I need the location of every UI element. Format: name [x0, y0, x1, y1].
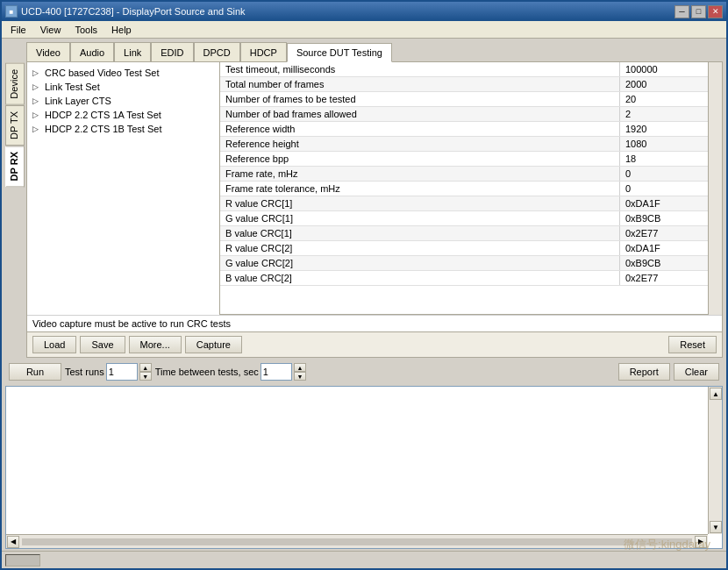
prop-name: R value CRC[2]: [220, 241, 620, 255]
tree-arrow-link: ▷: [32, 82, 43, 91]
tab-link[interactable]: Link: [114, 42, 151, 61]
more-button[interactable]: More...: [129, 336, 182, 353]
prop-name: Number of frames to be tested: [220, 92, 620, 106]
vscroll-down[interactable]: ▼: [710, 521, 722, 533]
capture-button[interactable]: Capture: [185, 336, 242, 353]
tab-audio[interactable]: Audio: [70, 42, 114, 61]
vtab-device[interactable]: Device: [5, 63, 25, 105]
tab-area: Video Audio Link EDID DPCD HDCP Source D…: [26, 42, 723, 358]
tree-item-hdcp-1a[interactable]: ▷ HDCP 2.2 CTS 1A Test Set: [29, 108, 218, 122]
prop-value: 0: [620, 167, 708, 181]
prop-value: 1080: [620, 137, 708, 151]
output-vscroll[interactable]: ▲ ▼: [708, 387, 722, 534]
bottom-controls-row: Run Test runs ▲ ▼ Time between tests, se…: [5, 360, 723, 383]
menu-tools[interactable]: Tools: [68, 23, 104, 37]
prop-name: Frame rate tolerance, mHz: [220, 182, 620, 196]
time-between-group: Time between tests, sec ▲ ▼: [155, 363, 306, 381]
output-area: ▲ ▼ ◀ ▶: [5, 386, 723, 549]
prop-value: 2000: [620, 77, 708, 91]
window-icon: ■: [5, 5, 18, 18]
prop-value: 0xB9CB: [620, 256, 708, 270]
prop-value: 0xDA1F: [620, 196, 708, 210]
prop-row: Reference width 1920: [220, 122, 708, 137]
tab-content: ▷ CRC based Video Test Set ▷ Link Test S…: [26, 61, 723, 358]
action-buttons-row: Load Save More... Capture Reset: [27, 331, 722, 357]
prop-name: B value CRC[2]: [220, 271, 620, 285]
prop-value: 18: [620, 152, 708, 166]
props-scrollbar[interactable]: [708, 62, 722, 315]
time-between-label: Time between tests, sec: [155, 367, 259, 377]
prop-name: Reference bpp: [220, 152, 620, 166]
prop-row: B value CRC[2] 0x2E77: [220, 271, 708, 286]
reset-button[interactable]: Reset: [668, 336, 717, 353]
prop-value: 2: [620, 107, 708, 121]
prop-value: 0xB9CB: [620, 211, 708, 225]
prop-name: Frame rate, mHz: [220, 167, 620, 181]
tree-arrow-hdcp-1b: ▷: [32, 125, 43, 133]
test-runs-up[interactable]: ▲: [139, 363, 152, 372]
prop-row: G value CRC[1] 0xB9CB: [220, 211, 708, 226]
prop-row: Frame rate, mHz 0: [220, 167, 708, 182]
tree-item-hdcp-1b[interactable]: ▷ HDCP 2.2 CTS 1B Test Set: [29, 122, 218, 136]
prop-value: 0: [620, 182, 708, 196]
menu-bar: File View Tools Help: [2, 21, 726, 39]
tab-video[interactable]: Video: [26, 42, 70, 61]
prop-value: 20: [620, 92, 708, 106]
prop-row: Test timeout, milliseconds 100000: [220, 62, 708, 77]
prop-name: Total number of frames: [220, 77, 620, 91]
prop-value: 1920: [620, 122, 708, 136]
tab-hdcp[interactable]: HDCP: [240, 42, 287, 61]
load-button[interactable]: Load: [32, 336, 76, 353]
save-button[interactable]: Save: [80, 336, 125, 353]
report-clear-group: Report Clear: [618, 363, 719, 381]
hscroll-track: [22, 538, 692, 545]
maximize-button[interactable]: □: [691, 5, 706, 18]
tree-item-crc[interactable]: ▷ CRC based Video Test Set: [29, 66, 218, 80]
time-up[interactable]: ▲: [294, 363, 306, 372]
output-textarea[interactable]: [6, 387, 708, 548]
close-button[interactable]: ✕: [708, 5, 723, 18]
report-button[interactable]: Report: [618, 363, 670, 381]
test-runs-group: Test runs ▲ ▼: [65, 363, 152, 381]
test-runs-down[interactable]: ▼: [139, 372, 152, 381]
prop-row: R value CRC[1] 0xDA1F: [220, 196, 708, 211]
vscroll-up[interactable]: ▲: [710, 388, 722, 400]
time-down[interactable]: ▼: [294, 372, 306, 381]
prop-row: Reference bpp 18: [220, 152, 708, 167]
htab-group: Video Audio Link EDID DPCD HDCP Source D…: [26, 42, 723, 61]
tree-item-link-layer[interactable]: ▷ Link Layer CTS: [29, 94, 218, 108]
prop-name: B value CRC[1]: [220, 226, 620, 240]
menu-help[interactable]: Help: [104, 23, 139, 37]
tree-arrow-hdcp-1a: ▷: [32, 110, 43, 119]
prop-row: Total number of frames 2000: [220, 77, 708, 92]
hscroll-left[interactable]: ◀: [7, 536, 19, 548]
clear-button[interactable]: Clear: [674, 363, 719, 381]
run-button[interactable]: Run: [9, 363, 61, 381]
prop-name: Reference width: [220, 122, 620, 136]
prop-row: Reference height 1080: [220, 137, 708, 152]
prop-value: 0x2E77: [620, 226, 708, 240]
menu-file[interactable]: File: [4, 23, 33, 37]
menu-view[interactable]: View: [33, 23, 68, 37]
props-table: Test timeout, milliseconds 100000 Total …: [220, 62, 708, 315]
tab-source-dut[interactable]: Source DUT Testing: [287, 43, 392, 62]
tab-dpcd[interactable]: DPCD: [194, 42, 240, 61]
vtab-dp-tx[interactable]: DP TX: [5, 105, 25, 146]
hscroll-right[interactable]: ▶: [695, 536, 707, 548]
tree-item-link[interactable]: ▷ Link Test Set: [29, 80, 218, 94]
test-runs-label: Test runs: [65, 367, 104, 377]
prop-name: Reference height: [220, 137, 620, 151]
test-runs-input[interactable]: [106, 363, 138, 381]
statusbar-final: [2, 551, 726, 568]
time-between-input[interactable]: [261, 363, 292, 381]
output-hscroll[interactable]: ◀ ▶: [6, 534, 708, 548]
prop-row: B value CRC[1] 0x2E77: [220, 226, 708, 241]
title-bar: ■ UCD-400 [1727C238] - DisplayPort Sourc…: [2, 2, 726, 21]
props-panel: Test timeout, milliseconds 100000 Total …: [220, 62, 708, 315]
prop-row: Number of frames to be tested 20: [220, 92, 708, 107]
vtab-dp-rx[interactable]: DP RX: [5, 146, 25, 187]
tab-edid[interactable]: EDID: [151, 42, 193, 61]
minimize-button[interactable]: ─: [674, 5, 689, 18]
vertical-tab-group: Device DP TX DP RX: [5, 63, 25, 358]
prop-row: Frame rate tolerance, mHz 0: [220, 182, 708, 196]
